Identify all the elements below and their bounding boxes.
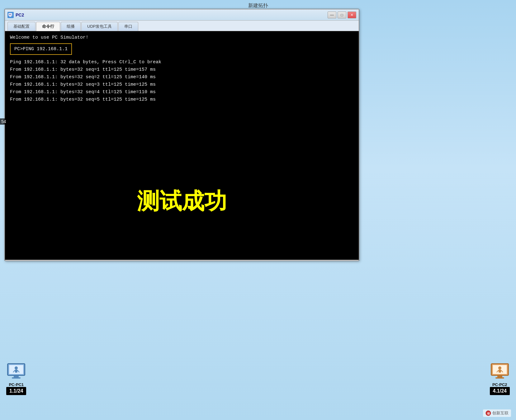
svg-rect-10 xyxy=(15,370,17,373)
svg-point-18 xyxy=(498,366,501,370)
tab-serial[interactable]: 串口 xyxy=(118,22,138,31)
svg-point-9 xyxy=(15,366,18,370)
terminal-area[interactable]: Welcome to use PC Simulator! PC>PING 192… xyxy=(5,31,359,260)
output-line-4: From 192.168.1.1: bytes=32 seq=4 ttl=125… xyxy=(10,88,354,96)
pc1-ip-badge: 1.1/24 xyxy=(6,387,26,395)
svg-rect-2 xyxy=(9,17,12,17)
maximize-button[interactable]: □ xyxy=(338,12,346,18)
window-title-text: PC2 xyxy=(16,12,24,17)
terminal-welcome: Welcome to use PC Simulator! xyxy=(10,35,354,40)
pc2-computer-icon xyxy=(490,362,510,382)
pc1-icon xyxy=(6,362,26,382)
watermark-icon: 创 xyxy=(485,410,491,416)
terminal-output: Ping 192.168.1.1: 32 data bytes, Press C… xyxy=(10,59,354,103)
svg-rect-19 xyxy=(499,370,501,373)
main-window: PC PC2 — □ ✕ 基础配置 命令行 组播 UDP xyxy=(4,9,359,261)
output-line-0: Ping 192.168.1.1: 32 data bytes, Press C… xyxy=(10,59,354,66)
svg-rect-7 xyxy=(14,375,19,377)
pc-right: PC-PC2 4.1/24 xyxy=(490,362,510,395)
tab-multicast[interactable]: 组播 xyxy=(61,22,81,31)
close-button[interactable]: ✕ xyxy=(348,12,356,18)
pc-right-container: PC-PC2 4.1/24 xyxy=(490,362,510,395)
pc2-label: PC-PC2 xyxy=(492,382,507,387)
svg-text:PC: PC xyxy=(9,14,12,16)
svg-rect-17 xyxy=(495,377,504,379)
minimize-button[interactable]: — xyxy=(328,12,336,18)
tab-basic-config[interactable]: 基础配置 xyxy=(7,22,36,31)
output-line-3: From 192.168.1.1: bytes=32 seq=3 ttl=125… xyxy=(10,81,354,88)
pc1-label: PC-PC1 xyxy=(9,382,24,387)
output-line-1: From 192.168.1.1: bytes=32 seq=1 ttl=125… xyxy=(10,66,354,74)
window-title-left: PC PC2 xyxy=(7,12,24,18)
pc-left-container: PC-PC1 1.1/24 xyxy=(6,362,26,395)
pc-left: PC-PC1 1.1/24 xyxy=(6,362,26,395)
svg-rect-1 xyxy=(9,16,11,17)
tab-udp-tool[interactable]: UDP发包工具 xyxy=(81,22,118,31)
svg-text:创: 创 xyxy=(487,412,490,415)
pc2-icon: PC xyxy=(7,12,14,18)
svg-rect-16 xyxy=(497,375,502,377)
window-controls: — □ ✕ xyxy=(328,12,356,18)
window-titlebar: PC PC2 — □ ✕ xyxy=(5,9,359,21)
tabs-bar: 基础配置 命令行 组播 UDP发包工具 串口 xyxy=(5,21,359,31)
pc2-ip-badge: 4.1/24 xyxy=(490,387,510,395)
terminal-command-box: PC>PING 192.168.1.1 xyxy=(10,43,72,55)
watermark: 创 创新互联 xyxy=(483,409,511,417)
output-line-5: From 192.168.1.1: bytes=32 seq=5 ttl=125… xyxy=(10,96,354,103)
svg-rect-8 xyxy=(12,377,21,379)
tab-command-line[interactable]: 命令行 xyxy=(36,22,60,31)
success-text: 测试成功 xyxy=(137,186,227,216)
output-line-2: From 192.168.1.1: bytes=32 seq=2 ttl=125… xyxy=(10,74,354,81)
app-title: 新建拓扑 xyxy=(248,3,268,8)
left-edge-label: 54 xyxy=(0,118,7,125)
